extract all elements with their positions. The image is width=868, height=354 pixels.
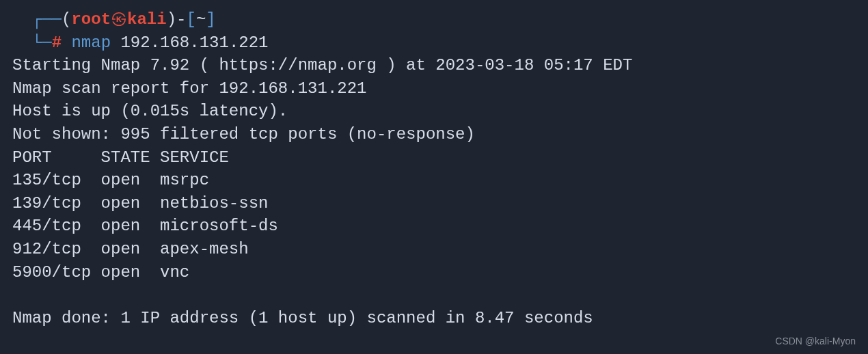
command: nmap: [71, 33, 111, 52]
prompt-hash: #: [52, 33, 62, 52]
bracket-close: ]: [206, 10, 215, 29]
command-args: 192.168.131.221: [120, 33, 268, 52]
prompt-cwd: ~: [196, 10, 206, 29]
output-starting: Starting Nmap 7.92 ( https://nmap.org ) …: [12, 54, 856, 77]
prompt-host: kali: [127, 10, 167, 29]
prompt-line-1: ┌──(root㉿kali)-[~]: [12, 8, 856, 31]
output-blank: [12, 284, 856, 307]
output-port-row: 135/tcp open msrpc: [12, 169, 856, 192]
paren-close: ): [167, 10, 176, 29]
output-not-shown: Not shown: 995 filtered tcp ports (no-re…: [12, 123, 856, 146]
corner-top: ┌──: [32, 10, 62, 29]
output-port-row: 5900/tcp open vnc: [12, 261, 856, 284]
dash: -: [176, 10, 186, 29]
output-scan-report: Nmap scan report for 192.168.131.221: [12, 77, 856, 100]
output-done: Nmap done: 1 IP address (1 host up) scan…: [12, 307, 856, 330]
skull-icon: ㉿: [111, 10, 127, 29]
prompt-user: root: [71, 10, 111, 29]
output-header: PORT STATE SERVICE: [12, 146, 856, 169]
bracket-open: [: [186, 10, 195, 29]
prompt-line-2[interactable]: └─# nmap 192.168.131.221: [12, 31, 856, 55]
output-host-status: Host is up (0.015s latency).: [12, 100, 856, 123]
corner-bottom: └─: [32, 33, 52, 52]
paren-open: (: [62, 10, 71, 29]
output-port-row: 139/tcp open netbios-ssn: [12, 192, 856, 215]
output-port-row: 445/tcp open microsoft-ds: [12, 215, 856, 238]
watermark: CSDN @kali-Myon: [775, 335, 856, 349]
output-port-row: 912/tcp open apex-mesh: [12, 238, 856, 261]
